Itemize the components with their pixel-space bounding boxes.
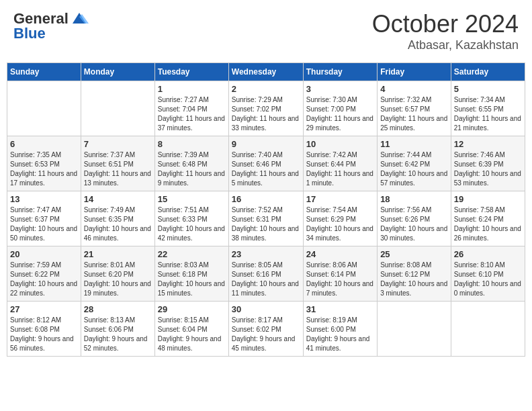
day-number: 26 bbox=[454, 249, 522, 259]
day-detail: Sunrise: 7:42 AM Sunset: 6:44 PM Dayligh… bbox=[306, 150, 374, 188]
day-detail: Sunrise: 7:54 AM Sunset: 6:29 PM Dayligh… bbox=[306, 205, 374, 243]
calendar-cell: 29Sunrise: 8:15 AM Sunset: 6:04 PM Dayli… bbox=[154, 302, 228, 357]
day-detail: Sunrise: 7:39 AM Sunset: 6:48 PM Dayligh… bbox=[158, 150, 226, 188]
day-number: 16 bbox=[232, 194, 300, 204]
day-number: 31 bbox=[306, 304, 374, 314]
day-number: 8 bbox=[158, 139, 226, 149]
calendar-cell: 22Sunrise: 8:03 AM Sunset: 6:18 PM Dayli… bbox=[154, 246, 228, 302]
weekday-header-thursday: Thursday bbox=[303, 63, 377, 81]
calendar-cell bbox=[378, 302, 451, 357]
calendar-cell bbox=[7, 81, 81, 136]
calendar-cell: 14Sunrise: 7:49 AM Sunset: 6:35 PM Dayli… bbox=[81, 191, 154, 246]
day-detail: Sunrise: 7:52 AM Sunset: 6:31 PM Dayligh… bbox=[232, 205, 300, 243]
day-detail: Sunrise: 7:27 AM Sunset: 7:04 PM Dayligh… bbox=[158, 95, 226, 133]
day-detail: Sunrise: 7:34 AM Sunset: 6:55 PM Dayligh… bbox=[454, 95, 522, 133]
day-number: 18 bbox=[380, 194, 448, 204]
day-detail: Sunrise: 8:17 AM Sunset: 6:02 PM Dayligh… bbox=[232, 316, 300, 353]
day-number: 11 bbox=[380, 139, 448, 149]
calendar-cell: 20Sunrise: 7:59 AM Sunset: 6:22 PM Dayli… bbox=[7, 246, 81, 302]
day-detail: Sunrise: 8:12 AM Sunset: 6:08 PM Dayligh… bbox=[10, 316, 78, 353]
day-number: 1 bbox=[158, 84, 226, 94]
calendar-week-row: 1Sunrise: 7:27 AM Sunset: 7:04 PM Daylig… bbox=[7, 81, 525, 136]
calendar-cell: 24Sunrise: 8:06 AM Sunset: 6:14 PM Dayli… bbox=[303, 246, 377, 302]
weekday-header-friday: Friday bbox=[378, 63, 451, 81]
day-detail: Sunrise: 7:37 AM Sunset: 6:51 PM Dayligh… bbox=[84, 150, 152, 188]
page-header: General Blue October 2024 Atbasar, Kazak… bbox=[7, 7, 525, 56]
day-number: 3 bbox=[306, 84, 374, 94]
calendar-cell: 8Sunrise: 7:39 AM Sunset: 6:48 PM Daylig… bbox=[154, 136, 228, 191]
day-number: 4 bbox=[380, 84, 448, 94]
calendar-cell: 25Sunrise: 8:08 AM Sunset: 6:12 PM Dayli… bbox=[378, 246, 451, 302]
day-number: 24 bbox=[306, 249, 374, 259]
day-number: 15 bbox=[158, 194, 226, 204]
day-detail: Sunrise: 7:29 AM Sunset: 7:02 PM Dayligh… bbox=[232, 95, 300, 133]
weekday-header-sunday: Sunday bbox=[7, 63, 81, 81]
calendar-cell: 17Sunrise: 7:54 AM Sunset: 6:29 PM Dayli… bbox=[303, 191, 377, 246]
calendar-table: SundayMondayTuesdayWednesdayThursdayFrid… bbox=[7, 62, 525, 357]
day-number: 27 bbox=[10, 304, 78, 314]
day-detail: Sunrise: 7:49 AM Sunset: 6:35 PM Dayligh… bbox=[84, 205, 152, 243]
day-detail: Sunrise: 8:08 AM Sunset: 6:12 PM Dayligh… bbox=[380, 261, 448, 298]
day-detail: Sunrise: 7:46 AM Sunset: 6:39 PM Dayligh… bbox=[454, 150, 522, 188]
day-detail: Sunrise: 8:13 AM Sunset: 6:06 PM Dayligh… bbox=[84, 316, 152, 353]
calendar-cell: 12Sunrise: 7:46 AM Sunset: 6:39 PM Dayli… bbox=[451, 136, 525, 191]
calendar-cell bbox=[451, 302, 525, 357]
calendar-cell: 2Sunrise: 7:29 AM Sunset: 7:02 PM Daylig… bbox=[228, 81, 303, 136]
day-detail: Sunrise: 8:06 AM Sunset: 6:14 PM Dayligh… bbox=[306, 261, 374, 298]
day-number: 9 bbox=[232, 139, 300, 149]
calendar-cell: 16Sunrise: 7:52 AM Sunset: 6:31 PM Dayli… bbox=[228, 191, 303, 246]
calendar-cell: 10Sunrise: 7:42 AM Sunset: 6:44 PM Dayli… bbox=[303, 136, 377, 191]
day-detail: Sunrise: 8:19 AM Sunset: 6:00 PM Dayligh… bbox=[306, 316, 374, 353]
calendar-cell: 21Sunrise: 8:01 AM Sunset: 6:20 PM Dayli… bbox=[81, 246, 154, 302]
day-detail: Sunrise: 7:58 AM Sunset: 6:24 PM Dayligh… bbox=[454, 205, 522, 243]
calendar-cell: 28Sunrise: 8:13 AM Sunset: 6:06 PM Dayli… bbox=[81, 302, 154, 357]
day-number: 12 bbox=[454, 139, 522, 149]
calendar-cell: 27Sunrise: 8:12 AM Sunset: 6:08 PM Dayli… bbox=[7, 302, 81, 357]
day-detail: Sunrise: 8:15 AM Sunset: 6:04 PM Dayligh… bbox=[158, 316, 226, 353]
day-number: 14 bbox=[84, 194, 152, 204]
day-number: 10 bbox=[306, 139, 374, 149]
calendar-week-row: 13Sunrise: 7:47 AM Sunset: 6:37 PM Dayli… bbox=[7, 191, 525, 246]
logo-icon bbox=[70, 11, 89, 26]
calendar-cell: 4Sunrise: 7:32 AM Sunset: 6:57 PM Daylig… bbox=[378, 81, 451, 136]
day-number: 17 bbox=[306, 194, 374, 204]
calendar-week-row: 27Sunrise: 8:12 AM Sunset: 6:08 PM Dayli… bbox=[7, 302, 525, 357]
day-detail: Sunrise: 7:32 AM Sunset: 6:57 PM Dayligh… bbox=[380, 95, 448, 133]
weekday-header-tuesday: Tuesday bbox=[154, 63, 228, 81]
calendar-cell bbox=[81, 81, 154, 136]
day-number: 22 bbox=[158, 249, 226, 259]
day-number: 21 bbox=[84, 249, 152, 259]
calendar-cell: 31Sunrise: 8:19 AM Sunset: 6:00 PM Dayli… bbox=[303, 302, 377, 357]
day-number: 30 bbox=[232, 304, 300, 314]
calendar-cell: 13Sunrise: 7:47 AM Sunset: 6:37 PM Dayli… bbox=[7, 191, 81, 246]
calendar-cell: 11Sunrise: 7:44 AM Sunset: 6:42 PM Dayli… bbox=[378, 136, 451, 191]
day-detail: Sunrise: 7:51 AM Sunset: 6:33 PM Dayligh… bbox=[158, 205, 226, 243]
day-number: 28 bbox=[84, 304, 152, 314]
weekday-header-monday: Monday bbox=[81, 63, 154, 81]
calendar-cell: 15Sunrise: 7:51 AM Sunset: 6:33 PM Dayli… bbox=[154, 191, 228, 246]
calendar-cell: 19Sunrise: 7:58 AM Sunset: 6:24 PM Dayli… bbox=[451, 191, 525, 246]
calendar-cell: 9Sunrise: 7:40 AM Sunset: 6:46 PM Daylig… bbox=[228, 136, 303, 191]
calendar-cell: 1Sunrise: 7:27 AM Sunset: 7:04 PM Daylig… bbox=[154, 81, 228, 136]
day-number: 13 bbox=[10, 194, 78, 204]
day-detail: Sunrise: 7:44 AM Sunset: 6:42 PM Dayligh… bbox=[380, 150, 448, 188]
day-number: 6 bbox=[10, 139, 78, 149]
calendar-cell: 6Sunrise: 7:35 AM Sunset: 6:53 PM Daylig… bbox=[7, 136, 81, 191]
location-title: Atbasar, Kazakhstan bbox=[372, 38, 519, 52]
day-number: 7 bbox=[84, 139, 152, 149]
weekday-header-saturday: Saturday bbox=[451, 63, 525, 81]
weekday-header-row: SundayMondayTuesdayWednesdayThursdayFrid… bbox=[7, 63, 525, 81]
day-number: 23 bbox=[232, 249, 300, 259]
day-detail: Sunrise: 8:10 AM Sunset: 6:10 PM Dayligh… bbox=[454, 261, 522, 298]
calendar-cell: 23Sunrise: 8:05 AM Sunset: 6:16 PM Dayli… bbox=[228, 246, 303, 302]
logo-blue-text: Blue bbox=[13, 25, 46, 42]
day-detail: Sunrise: 7:56 AM Sunset: 6:26 PM Dayligh… bbox=[380, 205, 448, 243]
day-number: 25 bbox=[380, 249, 448, 259]
day-detail: Sunrise: 7:59 AM Sunset: 6:22 PM Dayligh… bbox=[10, 261, 78, 298]
calendar-cell: 30Sunrise: 8:17 AM Sunset: 6:02 PM Dayli… bbox=[228, 302, 303, 357]
logo: General Blue bbox=[13, 10, 90, 42]
calendar-cell: 3Sunrise: 7:30 AM Sunset: 7:00 PM Daylig… bbox=[303, 81, 377, 136]
calendar-cell: 26Sunrise: 8:10 AM Sunset: 6:10 PM Dayli… bbox=[451, 246, 525, 302]
day-detail: Sunrise: 7:35 AM Sunset: 6:53 PM Dayligh… bbox=[10, 150, 78, 188]
calendar-week-row: 6Sunrise: 7:35 AM Sunset: 6:53 PM Daylig… bbox=[7, 136, 525, 191]
